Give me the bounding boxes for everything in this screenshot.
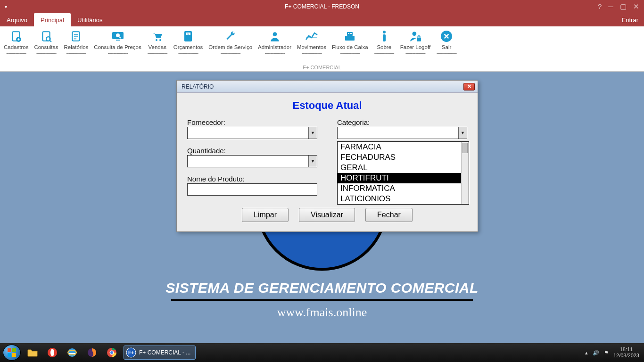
scrollbar-thumb[interactable]	[462, 143, 468, 153]
categoria-option[interactable]: FECHADURAS	[338, 152, 461, 163]
ribbon-drop: ------------------	[178, 50, 198, 56]
wrench-icon	[223, 29, 238, 43]
clipboard-search-icon	[39, 29, 53, 43]
tray-time: 18:11	[613, 346, 639, 353]
ribbon-label: Cadastros	[4, 44, 28, 50]
ribbon-relatorios[interactable]: Relatórios ------------------	[64, 29, 89, 56]
ribbon-label: Vendas	[149, 44, 166, 50]
chevron-down-icon: ▼	[458, 127, 467, 139]
fechar-button[interactable]: Fechar	[365, 208, 413, 222]
dialog-titlebar[interactable]: RELATÓRIO ✕	[177, 81, 478, 93]
ribbon-drop: ------------------	[221, 50, 240, 56]
chevron-down-icon: ▼	[308, 127, 317, 139]
taskbar-chrome[interactable]	[104, 346, 120, 360]
close-icon[interactable]: ✕	[633, 2, 639, 11]
ribbon-sair[interactable]: Sair ------------------	[436, 29, 457, 56]
ribbon-label: Sobre	[377, 44, 391, 50]
tray-chevron-icon[interactable]: ▴	[585, 350, 588, 356]
taskbar-explorer[interactable]	[25, 346, 41, 360]
categoria-option[interactable]: GERAL	[338, 163, 461, 173]
svg-rect-24	[383, 34, 386, 41]
ribbon-drop: ------------------	[405, 50, 425, 56]
ribbon-consulta-precos[interactable]: Consulta de Preços ------------------	[94, 29, 141, 56]
svg-rect-20	[347, 32, 353, 36]
svg-point-23	[383, 31, 386, 33]
limpar-button[interactable]: Limpar	[242, 208, 289, 222]
taskbar-ie[interactable]	[64, 346, 80, 360]
calculator-icon: $	[181, 29, 195, 43]
maximize-icon[interactable]: ▢	[620, 2, 627, 11]
svg-rect-31	[12, 353, 16, 357]
ribbon-logoff[interactable]: Fazer Logoff ------------------	[400, 29, 430, 56]
taskbar-firefox[interactable]	[84, 346, 100, 360]
quick-access: ▾	[0, 4, 33, 9]
nome-produto-label: Nome do Produto:	[187, 175, 245, 183]
taskbar-opera[interactable]	[44, 346, 60, 360]
tab-principal[interactable]: Principal	[34, 13, 71, 26]
dropdown-scrollbar[interactable]	[461, 142, 469, 204]
ribbon-fluxo-caixa[interactable]: Fluxo de Caixa ------------------	[332, 29, 368, 56]
svg-point-34	[68, 348, 76, 357]
fornecedor-label: Fornecedor:	[187, 118, 225, 126]
ribbon-administrador[interactable]: Administrador ------------------	[258, 29, 291, 56]
ribbon-label: Fazer Logoff	[400, 44, 430, 50]
svg-rect-29	[12, 348, 16, 352]
categoria-option[interactable]: INFORMATICA	[338, 183, 461, 194]
svg-rect-19	[345, 36, 355, 41]
entrar-link[interactable]: Entrar	[622, 13, 644, 26]
ribbon-sobre[interactable]: Sobre ------------------	[374, 29, 395, 56]
svg-rect-21	[348, 33, 349, 34]
chevron-down-icon: ▼	[308, 156, 317, 167]
ribbon-group-caption: F+ COMERCIAL	[303, 65, 341, 70]
categoria-option[interactable]: LATICIONIOS	[338, 194, 461, 204]
tab-arquivo[interactable]: Arquivo	[0, 13, 34, 26]
categoria-combobox[interactable]: ▼	[337, 127, 467, 139]
nome-produto-field[interactable]	[188, 184, 317, 195]
ribbon-drop: ------------------	[36, 50, 56, 56]
ribbon-label: Sair	[442, 44, 451, 50]
svg-point-11	[116, 33, 120, 37]
btn-text: ar	[394, 211, 401, 219]
tray-volume-icon[interactable]: 🔊	[593, 350, 599, 356]
clipboard-plus-icon	[9, 29, 23, 43]
minimize-icon[interactable]: ─	[608, 2, 613, 11]
svg-line-4	[50, 41, 51, 42]
cash-register-icon	[343, 29, 357, 43]
folder-icon	[27, 348, 38, 357]
app-icon: F+	[126, 347, 136, 358]
ribbon-movimentos[interactable]: Movimentos ------------------	[297, 29, 326, 56]
quantidade-combobox[interactable]: ▼	[187, 155, 317, 167]
categoria-dropdown-list[interactable]: FARMACIAFECHADURASGERALHORTIFRUTIINFORMA…	[337, 141, 469, 205]
svg-rect-22	[350, 33, 352, 34]
ribbon-drop: ------------------	[108, 50, 128, 56]
dialog-title: RELATÓRIO	[182, 83, 214, 90]
ribbon-cadastros[interactable]: Cadastros ------------------	[4, 29, 28, 56]
taskbar-app-button[interactable]: F+ F+ COMERCIAL - ...	[124, 346, 196, 360]
dialog-close-button[interactable]: ✕	[463, 83, 475, 90]
tray-action-icon[interactable]: ⚑	[604, 350, 609, 356]
tray-clock[interactable]: 18:11 12/08/2023	[613, 346, 641, 358]
ribbon-label: Consulta de Preços	[94, 44, 141, 50]
ribbon-drop: ------------------	[66, 50, 86, 56]
ribbon-vendas[interactable]: Vendas ------------------	[147, 29, 168, 56]
help-icon[interactable]: ?	[598, 2, 602, 11]
categoria-option[interactable]: HORTIFRUTI	[338, 173, 461, 183]
nome-produto-input[interactable]	[187, 183, 317, 196]
dialog-heading: Estoque Atual	[187, 99, 467, 112]
ribbon-ordem-servico[interactable]: Ordem de Serviço ------------------	[208, 29, 252, 56]
start-button[interactable]	[3, 345, 21, 361]
app-titlebar: ▾ F+ COMERCIAL - FREDSON ? ─ ▢ ✕	[0, 0, 644, 13]
fornecedor-combobox[interactable]: ▼	[187, 127, 317, 139]
ribbon-drop: ------------------	[437, 50, 456, 56]
chart-line-icon	[305, 29, 319, 43]
tab-utilitarios[interactable]: Utilitários	[71, 13, 109, 26]
ribbon-label: Orçamentos	[173, 44, 203, 50]
qat-caret-icon[interactable]: ▾	[5, 4, 7, 9]
ribbon-consultas[interactable]: Consultas ------------------	[34, 29, 58, 56]
firefox-icon	[87, 347, 97, 358]
ribbon-drop: ------------------	[6, 50, 26, 56]
ribbon-drop: ------------------	[374, 50, 394, 56]
visualizar-button[interactable]: Visualizar	[299, 208, 355, 222]
ribbon-orcamentos[interactable]: $ Orçamentos ------------------	[173, 29, 203, 56]
categoria-option[interactable]: FARMACIA	[338, 142, 461, 152]
